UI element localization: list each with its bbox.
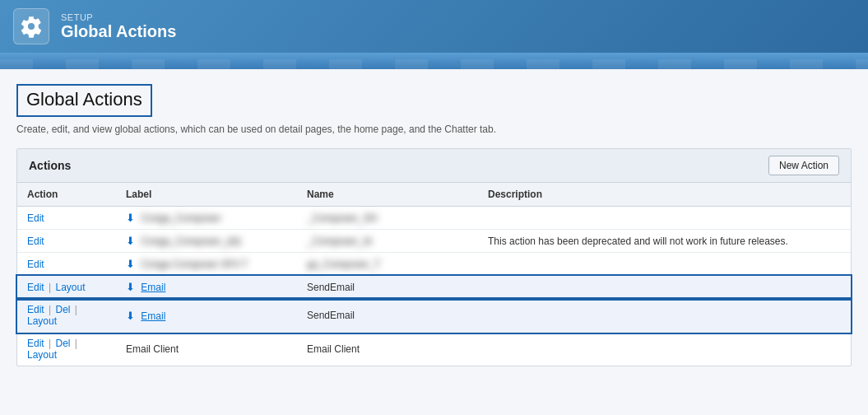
download-icon: ⬇ bbox=[126, 258, 135, 270]
row-name-cell: SendEmail bbox=[297, 276, 478, 299]
download-icon: ⬇ bbox=[126, 212, 135, 224]
row-action-cell: Edit bbox=[17, 253, 116, 276]
new-action-button[interactable]: New Action bbox=[768, 156, 839, 175]
table-row: Edit | Del | Layout ⬇ Email SendEmail bbox=[17, 299, 851, 333]
row-desc-cell: This action has been deprecated and will… bbox=[478, 230, 851, 253]
name-text-blurred: ga_Composer_T bbox=[307, 259, 380, 270]
row-name-cell: SendEmail bbox=[297, 299, 478, 333]
del-link[interactable]: Del bbox=[56, 304, 71, 315]
actions-panel: Actions New Action Action Label Name Des… bbox=[16, 148, 852, 366]
page-heading-box: Global Actions bbox=[16, 84, 152, 117]
table-row: Edit | Del | Layout Email Client Email C… bbox=[17, 333, 851, 366]
header-text: SETUP Global Actions bbox=[61, 12, 176, 41]
row-desc-cell bbox=[478, 299, 851, 333]
row-desc-cell bbox=[478, 333, 851, 366]
gear-icon bbox=[20, 15, 43, 38]
email-label-link[interactable]: Email bbox=[141, 282, 165, 293]
edit-link[interactable]: Edit bbox=[27, 304, 44, 315]
label-text-blurred: Conga_Composer bbox=[141, 212, 220, 224]
header: SETUP Global Actions bbox=[0, 0, 868, 53]
page-title: Global Actions bbox=[26, 89, 142, 110]
col-header-label: Label bbox=[116, 183, 297, 207]
download-icon: ⬇ bbox=[126, 310, 135, 322]
row-label-cell: ⬇ Email bbox=[116, 276, 297, 299]
row-action-cell: Edit | Layout bbox=[17, 276, 116, 299]
header-title: Global Actions bbox=[61, 22, 176, 41]
name-text-blurred: _Composer_Id bbox=[307, 235, 372, 247]
edit-link[interactable]: Edit bbox=[27, 212, 44, 224]
row-desc-cell bbox=[478, 253, 851, 276]
header-icon-box bbox=[13, 8, 49, 44]
del-link[interactable]: Del bbox=[56, 338, 71, 349]
edit-link[interactable]: Edit bbox=[27, 338, 44, 349]
email-label-link[interactable]: Email bbox=[141, 310, 165, 322]
row-name-cell: _Composer_Id bbox=[297, 230, 478, 253]
actions-panel-title: Actions bbox=[29, 159, 71, 172]
row-action-cell: Edit bbox=[17, 230, 116, 253]
row-name-cell: _Composer_SH bbox=[297, 207, 478, 230]
row-action-cell: Edit bbox=[17, 207, 116, 230]
layout-link[interactable]: Layout bbox=[27, 349, 57, 361]
edit-link[interactable]: Edit bbox=[27, 235, 44, 247]
layout-link[interactable]: Layout bbox=[56, 282, 86, 293]
col-header-name: Name bbox=[297, 183, 478, 207]
table-row: Edit | Layout ⬇ Email SendEmail bbox=[17, 276, 851, 299]
name-text-blurred: _Composer_SH bbox=[307, 212, 377, 224]
main-content: Global Actions Create, edit, and view gl… bbox=[0, 69, 868, 381]
row-name-cell: Email Client bbox=[297, 333, 478, 366]
row-label-cell: ⬇ Conga_Composer bbox=[116, 207, 297, 230]
row-label-cell: Email Client bbox=[116, 333, 297, 366]
label-text-blurred: Conga Composer SF4 T bbox=[141, 259, 248, 270]
row-action-cell: Edit | Del | Layout bbox=[17, 299, 116, 333]
row-label-cell: ⬇ Email bbox=[116, 299, 297, 333]
row-name-cell: ga_Composer_T bbox=[297, 253, 478, 276]
row-desc-cell bbox=[478, 276, 851, 299]
wave-band bbox=[0, 53, 868, 69]
row-label-cell: ⬇ Conga_Composer_(id) bbox=[116, 230, 297, 253]
row-label-cell: ⬇ Conga Composer SF4 T bbox=[116, 253, 297, 276]
edit-link[interactable]: Edit bbox=[27, 282, 44, 293]
label-text-blurred: Conga_Composer_(id) bbox=[141, 235, 240, 247]
layout-link[interactable]: Layout bbox=[27, 315, 57, 327]
edit-link[interactable]: Edit bbox=[27, 259, 44, 270]
table-row: Edit ⬇ Conga_Composer_(id) _Composer_Id … bbox=[17, 230, 851, 253]
actions-panel-header: Actions New Action bbox=[17, 149, 851, 183]
col-header-action: Action bbox=[17, 183, 116, 207]
table-row: Edit ⬇ Conga Composer SF4 T ga_Composer_… bbox=[17, 253, 851, 276]
col-header-description: Description bbox=[478, 183, 851, 207]
page-description: Create, edit, and view global actions, w… bbox=[16, 124, 852, 135]
row-desc-cell bbox=[478, 207, 851, 230]
actions-table: Action Label Name Description Edit ⬇ Con… bbox=[17, 183, 851, 366]
download-icon: ⬇ bbox=[126, 235, 135, 247]
setup-label: SETUP bbox=[61, 12, 176, 22]
row-action-cell: Edit | Del | Layout bbox=[17, 333, 116, 366]
table-row: Edit ⬇ Conga_Composer _Composer_SH bbox=[17, 207, 851, 230]
table-header-row: Action Label Name Description bbox=[17, 183, 851, 207]
download-icon: ⬇ bbox=[126, 281, 135, 293]
